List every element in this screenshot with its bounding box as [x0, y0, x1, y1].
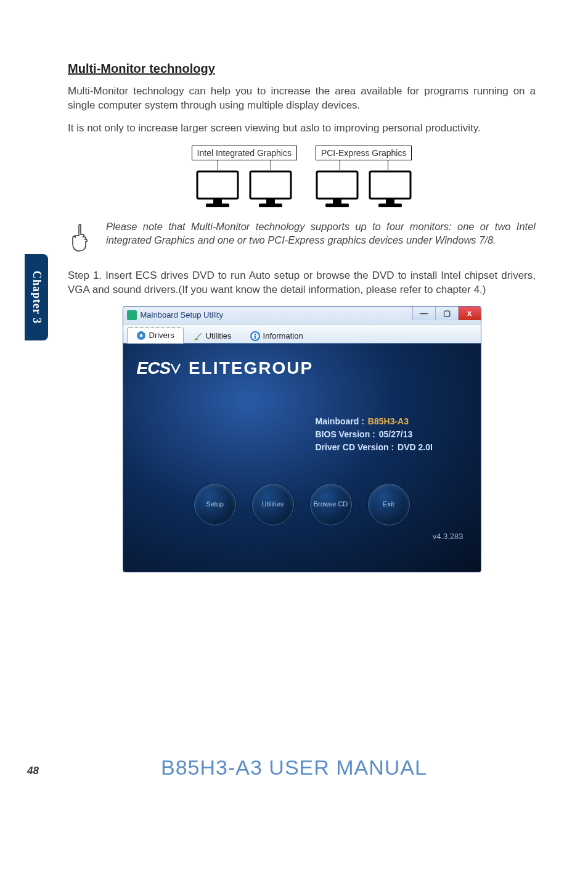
note-text: Please note that Multi-Monitor technolog… — [106, 220, 536, 247]
connector-line — [340, 160, 340, 170]
chapter-tab: Chapter 3 — [25, 254, 48, 340]
diagram-monitors-left — [196, 170, 292, 208]
utilities-button[interactable]: Utilities — [252, 484, 294, 525]
app-body: ECS ELITEGROUP Mainboard : B85H3-A3 BIOS… — [123, 344, 481, 572]
cd-value: DVD 2.0I — [398, 441, 433, 454]
minimize-button[interactable]: — — [412, 307, 435, 320]
info-icon — [250, 331, 260, 341]
app-icon — [127, 310, 137, 320]
version-label: v4.3.283 — [137, 532, 467, 541]
diagram-group-pcie: PCI-Express Graphics — [316, 146, 412, 208]
mainboard-value: B85H3-A3 — [368, 415, 409, 428]
diagram-group-intel: Intel Integrated Graphics — [192, 146, 297, 208]
info-row-cd: Driver CD Version : DVD 2.0I — [316, 441, 467, 454]
button-label: Utilities — [262, 500, 284, 508]
note-block: Please note that Multi-Monitor technolog… — [68, 220, 536, 255]
disc-icon — [136, 331, 146, 340]
svg-rect-1 — [213, 199, 222, 204]
diagram-connectors-left — [192, 160, 297, 170]
logo: ECS ELITEGROUP — [137, 358, 467, 378]
logo-ecs-text: ECS — [137, 358, 171, 378]
tab-information[interactable]: Information — [241, 328, 312, 344]
cd-label: Driver CD Version : — [316, 441, 394, 454]
connector-line — [218, 160, 218, 170]
svg-rect-10 — [386, 199, 394, 204]
tab-label: Utilities — [206, 331, 232, 340]
footer: B85H3-A3 USER MANUAL — [0, 756, 588, 780]
connector-line — [388, 160, 388, 170]
svg-rect-5 — [259, 204, 282, 207]
browse-cd-button[interactable]: Browse CD — [310, 484, 352, 525]
button-label: Setup — [206, 500, 224, 508]
svg-rect-6 — [317, 171, 357, 199]
button-label: Browse CD — [314, 500, 348, 508]
connector-line — [271, 160, 271, 170]
close-button[interactable]: x — [458, 307, 481, 320]
mainboard-label: Mainboard : — [316, 415, 364, 428]
bios-label: BIOS Version : — [316, 428, 375, 441]
step-1-text: Step 1. Insert ECS drives DVD to run Aut… — [68, 269, 536, 297]
chapter-tab-label: Chapter 3 — [30, 271, 43, 324]
svg-rect-11 — [378, 204, 402, 207]
monitor-icon — [249, 170, 292, 208]
svg-rect-0 — [197, 171, 238, 199]
page-number: 48 — [27, 765, 39, 777]
setup-button[interactable]: Setup — [194, 484, 236, 525]
multi-monitor-diagram: Intel Integrated Graphics PCI-Express Gr… — [68, 146, 536, 208]
system-info: Mainboard : B85H3-A3 BIOS Version : 05/2… — [316, 415, 467, 454]
svg-rect-8 — [325, 204, 349, 207]
svg-rect-15 — [255, 336, 256, 339]
diagram-connectors-right — [316, 160, 412, 170]
window-title: Mainboard Setup Utility — [141, 310, 223, 319]
monitor-icon — [369, 170, 412, 208]
paragraph-2: It is not only to increase larger screen… — [68, 122, 536, 136]
brush-icon — [193, 331, 203, 341]
window-controls: — ▢ x — [412, 307, 481, 320]
svg-rect-3 — [250, 171, 291, 199]
monitor-icon — [316, 170, 359, 208]
svg-point-13 — [139, 334, 142, 336]
logo-ecs: ECS — [137, 358, 183, 378]
tab-label: Information — [263, 331, 303, 340]
section-title: Multi-Monitor technology — [68, 62, 536, 76]
bios-value: 05/27/13 — [379, 428, 413, 441]
exit-button[interactable]: Exit — [368, 484, 410, 525]
tab-label: Drivers — [149, 331, 174, 340]
monitor-icon — [196, 170, 239, 208]
setup-utility-window: Mainboard Setup Utility — ▢ x Drivers Ut… — [123, 306, 481, 572]
button-label: Exit — [383, 500, 394, 508]
tab-utilities[interactable]: Utilities — [184, 328, 241, 344]
maximize-button[interactable]: ▢ — [435, 307, 458, 320]
svg-rect-16 — [255, 334, 256, 335]
paragraph-1: Multi-Monitor technology can help you to… — [68, 84, 536, 113]
diagram-monitors-right — [316, 170, 412, 208]
tab-bar: Drivers Utilities Information — [123, 324, 481, 344]
logo-elitegroup: ELITEGROUP — [189, 358, 313, 378]
tab-drivers[interactable]: Drivers — [127, 328, 184, 344]
diagram-label-intel: Intel Integrated Graphics — [192, 146, 297, 160]
titlebar: Mainboard Setup Utility — ▢ x — [123, 307, 481, 324]
action-buttons: Setup Utilities Browse CD Exit — [137, 484, 467, 525]
svg-rect-2 — [206, 204, 229, 207]
svg-rect-4 — [266, 199, 275, 204]
diagram-label-pcie: PCI-Express Graphics — [316, 146, 412, 160]
svg-rect-9 — [370, 171, 410, 199]
pointing-hand-icon — [68, 222, 96, 255]
manual-title: B85H3-A3 USER MANUAL — [0, 756, 588, 780]
info-row-bios: BIOS Version : 05/27/13 — [316, 428, 467, 441]
info-row-mainboard: Mainboard : B85H3-A3 — [316, 415, 467, 428]
svg-rect-7 — [333, 199, 341, 204]
